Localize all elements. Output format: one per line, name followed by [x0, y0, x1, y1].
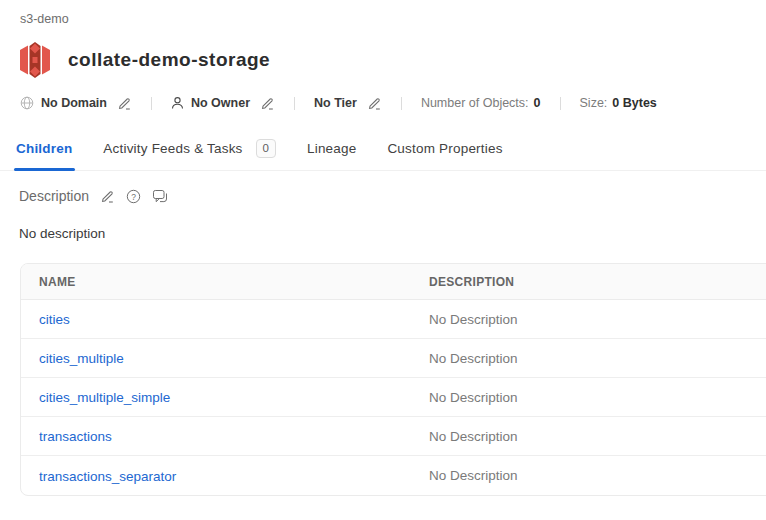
- tab-children[interactable]: Children: [16, 141, 72, 158]
- children-table: NAME DESCRIPTION cities No Description c…: [20, 263, 766, 496]
- user-icon: [171, 96, 184, 110]
- child-description: No Description: [411, 312, 766, 327]
- domain-group: No Domain: [20, 96, 132, 111]
- child-link[interactable]: cities_multiple: [39, 351, 124, 366]
- objects-value: 0: [534, 96, 541, 110]
- child-link[interactable]: transactions: [39, 429, 112, 444]
- edit-tier-icon[interactable]: [367, 96, 382, 111]
- table-row: cities No Description: [21, 300, 766, 339]
- divider: [151, 97, 152, 110]
- svg-text:?: ?: [131, 191, 136, 201]
- tier-label: No Tier: [314, 96, 357, 110]
- edit-description-icon[interactable]: [100, 189, 115, 204]
- s3-bucket-icon: [20, 41, 50, 79]
- request-description-icon[interactable]: ?: [126, 189, 141, 204]
- child-link[interactable]: cities_multiple_simple: [39, 390, 170, 405]
- objects-label: Number of Objects:: [421, 96, 529, 110]
- table-row: transactions_separator No Description: [21, 456, 766, 495]
- owner-label: No Owner: [191, 96, 250, 110]
- description-header: Description ?: [19, 188, 179, 204]
- tab-bar: Children Activity Feeds & Tasks 0 Lineag…: [16, 139, 534, 160]
- tab-custom-properties[interactable]: Custom Properties: [387, 141, 502, 158]
- column-header-description: DESCRIPTION: [411, 275, 766, 289]
- comments-icon[interactable]: [152, 189, 168, 203]
- table-row: transactions No Description: [21, 417, 766, 456]
- tab-activity-feeds[interactable]: Activity Feeds & Tasks 0: [103, 139, 276, 160]
- child-description: No Description: [411, 468, 766, 483]
- entity-meta-row: No Domain No Owner No Tier: [20, 93, 657, 113]
- edit-owner-icon[interactable]: [260, 96, 275, 111]
- entity-header: collate-demo-storage: [20, 41, 270, 79]
- tier-group: No Tier: [314, 96, 382, 111]
- owner-group: No Owner: [171, 96, 275, 111]
- table-header-row: NAME DESCRIPTION: [21, 264, 766, 300]
- table-row: cities_multiple No Description: [21, 339, 766, 378]
- edit-domain-icon[interactable]: [117, 96, 132, 111]
- size-value: 0 Bytes: [612, 96, 656, 110]
- active-tab-indicator: [14, 168, 75, 171]
- child-link[interactable]: cities: [39, 312, 70, 327]
- tab-bar-border: [0, 170, 766, 171]
- divider: [294, 97, 295, 110]
- size-label: Size:: [580, 96, 608, 110]
- tab-lineage[interactable]: Lineage: [307, 141, 356, 158]
- divider: [401, 97, 402, 110]
- activity-count-badge: 0: [256, 139, 276, 158]
- description-label: Description: [19, 188, 89, 204]
- no-description-text: No description: [19, 226, 105, 241]
- page-title: collate-demo-storage: [68, 49, 270, 71]
- child-description: No Description: [411, 351, 766, 366]
- child-description: No Description: [411, 429, 766, 444]
- child-link[interactable]: transactions_separator: [39, 469, 176, 484]
- size-group: Size: 0 Bytes: [580, 96, 657, 110]
- divider: [560, 97, 561, 110]
- globe-icon: [20, 96, 34, 110]
- objects-group: Number of Objects: 0: [421, 96, 541, 110]
- table-row: cities_multiple_simple No Description: [21, 378, 766, 417]
- tab-activity-feeds-label: Activity Feeds & Tasks: [103, 141, 242, 156]
- breadcrumb[interactable]: s3-demo: [20, 12, 69, 26]
- domain-label: No Domain: [41, 96, 107, 110]
- child-description: No Description: [411, 390, 766, 405]
- column-header-name: NAME: [21, 275, 411, 289]
